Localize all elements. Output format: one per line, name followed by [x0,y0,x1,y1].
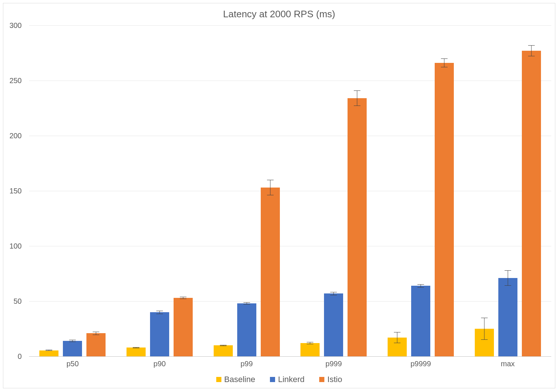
x-tick-label: max [501,360,515,368]
plot-area: 050100150200250300p50p90p99p999p9999max [29,25,551,356]
chart-frame: Latency at 2000 RPS (ms) 050100150200250… [3,3,555,388]
bar-istio-p50 [86,333,106,356]
gridline [29,81,551,81]
y-tick-label: 200 [0,132,22,140]
bar-linkerd-p999 [324,293,343,356]
x-tick-label: p99 [241,360,253,368]
bar-linkerd-p99 [237,303,256,356]
bar-istio-p90 [174,298,193,356]
chart-title: Latency at 2000 RPS (ms) [3,8,555,20]
y-tick-label: 250 [0,76,22,85]
legend-label: Istio [327,375,342,384]
bar-baseline-p50 [39,350,58,357]
bar-baseline-max [475,329,494,356]
bar-baseline-p90 [127,348,146,356]
gridline [29,246,551,246]
bar-istio-p99 [261,188,280,356]
legend-swatch [319,377,324,382]
legend: BaselineLinkerdIstio [3,375,555,384]
bar-linkerd-p9999 [411,286,430,356]
bar-linkerd-p90 [150,312,169,356]
y-tick-label: 50 [0,297,22,306]
legend-item-baseline: Baseline [216,375,255,384]
legend-label: Linkerd [278,375,305,384]
bar-baseline-p999 [300,343,320,356]
gridline [29,301,551,302]
bar-istio-max [522,51,541,356]
bar-linkerd-p50 [63,341,82,356]
y-tick-label: 100 [0,242,22,250]
y-tick-label: 300 [0,21,22,30]
bar-linkerd-max [498,278,517,356]
bar-baseline-p9999 [388,338,407,356]
x-tick-label: p9999 [410,360,431,368]
gridline [29,191,551,191]
legend-item-linkerd: Linkerd [270,375,305,384]
gridline [29,136,551,136]
gridline [29,356,551,357]
legend-item-istio: Istio [319,375,342,384]
legend-label: Baseline [224,375,255,384]
legend-swatch [270,377,275,382]
bar-baseline-p99 [214,345,233,356]
x-tick-label: p90 [153,360,165,368]
gridline [29,25,551,26]
y-tick-label: 150 [0,187,22,195]
legend-swatch [216,377,221,382]
y-tick-label: 0 [0,352,22,361]
x-tick-label: p999 [325,360,342,368]
bar-istio-p9999 [435,63,454,356]
bar-istio-p999 [348,98,367,356]
x-tick-label: p50 [67,360,79,368]
